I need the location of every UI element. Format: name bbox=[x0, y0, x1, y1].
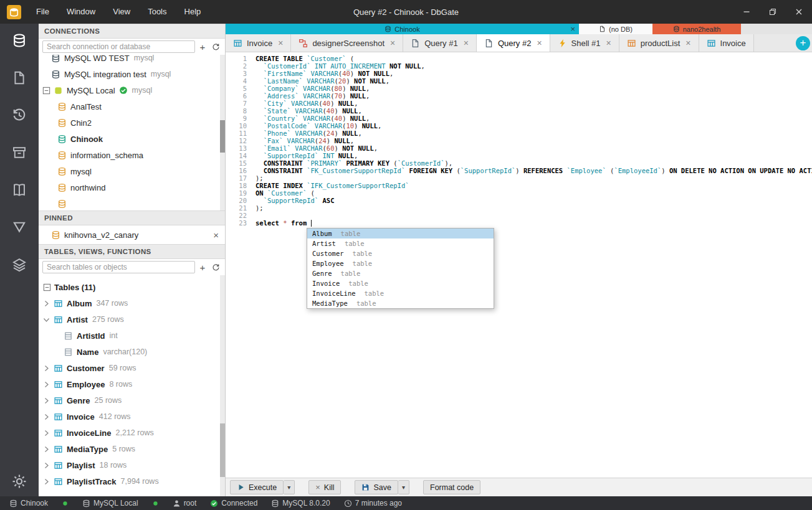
connection-item[interactable] bbox=[39, 196, 225, 210]
chevron-right-icon[interactable] bbox=[42, 300, 50, 308]
tables-search-input[interactable] bbox=[42, 261, 195, 273]
connection-item[interactable]: mysql bbox=[39, 163, 225, 179]
menu-tools[interactable]: Tools bbox=[139, 0, 175, 24]
add-connection-button[interactable]: + bbox=[197, 41, 208, 52]
connections-scrollbar[interactable] bbox=[220, 55, 225, 210]
table-item[interactable]: MediaType5 rows bbox=[39, 441, 225, 457]
autocomplete-item[interactable]: MediaTypetable bbox=[307, 298, 494, 308]
tab-designerscreenshot[interactable]: designerScreenshot× bbox=[291, 34, 403, 52]
menu-help[interactable]: Help bbox=[176, 0, 210, 24]
tab-group[interactable]: Chinook× bbox=[226, 24, 579, 34]
table-item[interactable]: Playlist18 rows bbox=[39, 457, 225, 473]
save-icon bbox=[361, 483, 370, 491]
connections-search-input[interactable] bbox=[42, 40, 195, 53]
chevron-right-icon[interactable] bbox=[42, 429, 50, 437]
connection-item[interactable]: MySQL integration testmysql bbox=[39, 66, 225, 82]
table-item[interactable]: Artist275 rows bbox=[39, 311, 225, 328]
close-tab-icon[interactable]: × bbox=[390, 38, 395, 48]
close-group-icon[interactable]: × bbox=[570, 24, 575, 34]
tab-group[interactable]: nano2health bbox=[652, 24, 741, 34]
sql-editor[interactable]: 1CREATE TABLE `Customer` (2 `CustomerId`… bbox=[226, 52, 812, 478]
close-window-button[interactable] bbox=[786, 0, 812, 24]
close-tab-icon[interactable]: × bbox=[537, 38, 542, 48]
chevron-right-icon[interactable] bbox=[42, 380, 50, 389]
table-item[interactable]: PlaylistTrack7,994 rows bbox=[39, 473, 225, 489]
tables-scrollbar-thumb[interactable] bbox=[220, 423, 225, 477]
close-tab-icon[interactable]: × bbox=[278, 38, 283, 48]
restore-button[interactable] bbox=[760, 0, 786, 24]
database-icon[interactable] bbox=[12, 33, 27, 48]
tables-root[interactable]: Tables (11) bbox=[39, 279, 225, 295]
tables-scrollbar[interactable] bbox=[220, 275, 225, 496]
autocomplete-item[interactable]: Customertable bbox=[307, 248, 494, 258]
autocomplete-item[interactable]: Employeetable bbox=[307, 258, 494, 268]
connection-item[interactable]: MySQL Localmysql bbox=[39, 82, 225, 98]
chevron-right-icon[interactable] bbox=[42, 364, 50, 372]
chevron-right-icon[interactable] bbox=[42, 445, 50, 453]
pinned-item[interactable]: knihovna_v2_canary× bbox=[39, 225, 225, 244]
menu-view[interactable]: View bbox=[104, 0, 139, 24]
tab-invoice[interactable]: Invoice bbox=[699, 34, 754, 52]
unpin-close-icon[interactable]: × bbox=[213, 230, 225, 240]
tables-tree: Tables (11)Album347 rowsArtist275 rowsAr… bbox=[39, 275, 225, 496]
tab-query-1[interactable]: Query #1× bbox=[403, 34, 477, 52]
autocomplete-item[interactable]: InvoiceLinetable bbox=[307, 288, 494, 298]
file-icon[interactable] bbox=[12, 70, 27, 85]
close-tab-icon[interactable]: × bbox=[685, 38, 690, 48]
table-item[interactable]: Customer59 rows bbox=[39, 360, 225, 376]
history-icon[interactable] bbox=[12, 108, 27, 123]
connection-item[interactable]: Chinook bbox=[39, 131, 225, 147]
table-item[interactable]: Album347 rows bbox=[39, 295, 225, 311]
table-item[interactable]: Genre25 rows bbox=[39, 392, 225, 408]
chevron-right-icon[interactable] bbox=[42, 478, 50, 486]
filter-icon[interactable] bbox=[12, 220, 27, 235]
close-tab-icon[interactable]: × bbox=[606, 38, 611, 48]
connections-scrollbar-thumb[interactable] bbox=[220, 120, 225, 153]
settings-icon[interactable] bbox=[12, 474, 27, 489]
chevron-right-icon[interactable] bbox=[42, 397, 50, 405]
refresh-tables-button[interactable] bbox=[210, 262, 221, 273]
collapse-expander-icon[interactable] bbox=[42, 86, 51, 95]
new-tab-button[interactable]: + bbox=[796, 36, 810, 50]
table-item[interactable]: Invoice412 rows bbox=[39, 408, 225, 425]
chevron-down-icon[interactable] bbox=[42, 316, 50, 324]
connection-item[interactable]: Chin2 bbox=[39, 115, 225, 131]
minimize-button[interactable] bbox=[733, 0, 760, 24]
save-button[interactable]: Save bbox=[355, 480, 398, 494]
tab-productlist[interactable]: productList× bbox=[619, 34, 699, 52]
connection-item[interactable]: information_schema bbox=[39, 147, 225, 163]
close-tab-icon[interactable]: × bbox=[464, 38, 469, 48]
column-item[interactable]: ArtistIdint bbox=[39, 328, 225, 344]
collapse-expander-icon[interactable] bbox=[42, 283, 52, 292]
connection-item[interactable]: AnalTest bbox=[39, 98, 225, 115]
book-icon[interactable] bbox=[12, 182, 27, 197]
autocomplete-item[interactable]: Genretable bbox=[307, 268, 494, 278]
autocomplete-item[interactable]: Artisttable bbox=[307, 238, 494, 248]
autocomplete-item[interactable]: Albumtable bbox=[307, 229, 494, 238]
content-area: Chinook×(no DB)nano2health + Invoice×des… bbox=[226, 24, 812, 496]
menu-file[interactable]: File bbox=[27, 0, 58, 24]
archive-icon[interactable] bbox=[12, 145, 27, 160]
chevron-right-icon[interactable] bbox=[42, 461, 50, 470]
menu-window[interactable]: Window bbox=[58, 0, 104, 24]
save-options-button[interactable]: ▾ bbox=[398, 480, 409, 494]
chevron-right-icon[interactable] bbox=[42, 413, 50, 421]
kill-button[interactable]: × Kill bbox=[308, 480, 341, 494]
column-item[interactable]: Namevarchar(120) bbox=[39, 344, 225, 360]
autocomplete-item[interactable]: Invoicetable bbox=[307, 278, 494, 288]
table-item[interactable]: Employee8 rows bbox=[39, 376, 225, 392]
check-icon bbox=[210, 499, 218, 508]
refresh-connections-button[interactable] bbox=[210, 41, 221, 52]
execute-button[interactable]: Execute bbox=[230, 480, 284, 494]
execute-options-button[interactable]: ▾ bbox=[284, 480, 295, 494]
connection-item[interactable]: MySQL WD TESTmysql bbox=[39, 55, 225, 66]
add-table-button[interactable]: + bbox=[197, 262, 208, 273]
connection-item[interactable]: northwind bbox=[39, 179, 225, 196]
tab-query-2[interactable]: Query #2× bbox=[477, 34, 550, 52]
tab-shell-1[interactable]: Shell #1× bbox=[550, 34, 619, 52]
layers-icon[interactable] bbox=[12, 257, 27, 272]
format-code-button[interactable]: Format code bbox=[423, 480, 480, 494]
table-item[interactable]: InvoiceLine2,212 rows bbox=[39, 425, 225, 441]
tab-invoice[interactable]: Invoice× bbox=[226, 34, 291, 52]
tab-group[interactable]: (no DB) bbox=[579, 24, 652, 34]
